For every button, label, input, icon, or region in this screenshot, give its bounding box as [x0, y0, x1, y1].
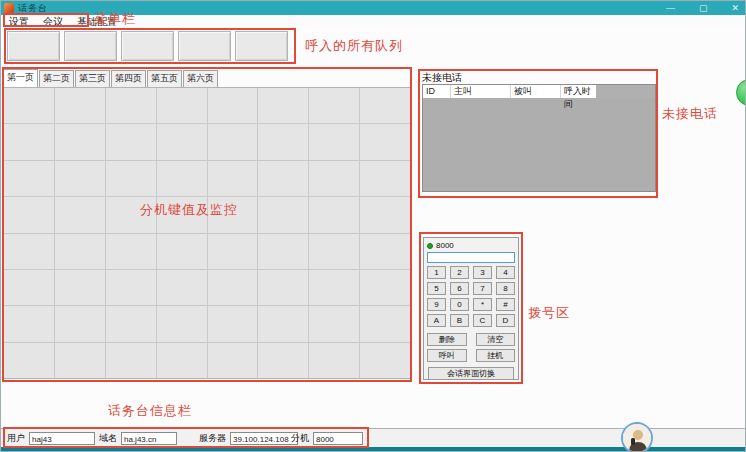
extension-cell[interactable]	[4, 306, 54, 341]
queue-slot[interactable]	[121, 31, 174, 61]
queue-slot[interactable]	[64, 31, 117, 61]
minimize-icon[interactable]: —	[666, 1, 675, 15]
extension-cell[interactable]	[157, 306, 207, 341]
extension-cell[interactable]	[309, 124, 359, 159]
domain-field[interactable]: ha.j43.cn	[121, 432, 177, 445]
extension-cell[interactable]	[55, 306, 105, 341]
key-8[interactable]: 8	[496, 282, 515, 295]
menu-item-conference[interactable]: 会议	[43, 15, 63, 29]
extension-cell[interactable]	[157, 234, 207, 269]
extension-cell[interactable]	[208, 270, 258, 305]
key-4[interactable]: 4	[496, 266, 515, 279]
extension-cell[interactable]	[55, 343, 105, 378]
extension-cell[interactable]	[360, 161, 410, 196]
extension-cell[interactable]	[55, 124, 105, 159]
queue-slot[interactable]	[178, 31, 231, 61]
extension-cell[interactable]	[157, 88, 207, 123]
extension-cell[interactable]	[258, 197, 308, 232]
extension-cell[interactable]	[208, 88, 258, 123]
extension-cell[interactable]	[55, 197, 105, 232]
extension-cell[interactable]	[258, 161, 308, 196]
extension-cell[interactable]	[360, 343, 410, 378]
extension-cell[interactable]	[208, 124, 258, 159]
key-9[interactable]: 9	[427, 298, 446, 311]
extension-cell[interactable]	[258, 343, 308, 378]
extension-cell[interactable]	[106, 197, 156, 232]
extension-cell[interactable]	[4, 88, 54, 123]
extension-cell[interactable]	[258, 88, 308, 123]
extension-cell[interactable]	[360, 124, 410, 159]
extension-cell[interactable]	[258, 234, 308, 269]
headset-avatar-icon[interactable]	[621, 422, 653, 452]
extension-cell[interactable]	[106, 343, 156, 378]
maximize-icon[interactable]: ▢	[699, 1, 708, 15]
extension-cell[interactable]	[55, 234, 105, 269]
extension-cell[interactable]	[4, 234, 54, 269]
extension-cell[interactable]	[157, 124, 207, 159]
extension-cell[interactable]	[4, 343, 54, 378]
menu-item-basic-config[interactable]: 基础配置	[77, 15, 117, 29]
tab-page-6[interactable]: 第六页	[183, 70, 218, 87]
floating-green-button[interactable]	[736, 79, 746, 106]
key-b[interactable]: B	[450, 314, 469, 327]
dial-number-input[interactable]	[427, 252, 515, 263]
server-field[interactable]: 39.100.124.108	[230, 432, 298, 445]
key-6[interactable]: 6	[450, 282, 469, 295]
extension-cell[interactable]	[208, 306, 258, 341]
extension-cell[interactable]	[4, 161, 54, 196]
extension-cell[interactable]	[258, 306, 308, 341]
key-7[interactable]: 7	[473, 282, 492, 295]
extension-cell[interactable]	[360, 270, 410, 305]
extension-cell[interactable]	[55, 88, 105, 123]
key-3[interactable]: 3	[473, 266, 492, 279]
extension-cell[interactable]	[157, 161, 207, 196]
extension-cell[interactable]	[258, 270, 308, 305]
extension-cell[interactable]	[309, 343, 359, 378]
extension-cell[interactable]	[360, 197, 410, 232]
call-button[interactable]: 呼叫	[427, 349, 467, 362]
extension-cell[interactable]	[106, 306, 156, 341]
extension-cell[interactable]	[309, 88, 359, 123]
extension-cell[interactable]	[157, 343, 207, 378]
extension-cell[interactable]	[309, 270, 359, 305]
tab-page-2[interactable]: 第二页	[39, 70, 74, 87]
key-hash[interactable]: #	[496, 298, 515, 311]
extension-cell[interactable]	[157, 197, 207, 232]
key-0[interactable]: 0	[450, 298, 469, 311]
key-star[interactable]: *	[473, 298, 492, 311]
hangup-button[interactable]: 挂机	[476, 349, 516, 362]
tab-page-1[interactable]: 第一页	[3, 69, 38, 87]
extension-cell[interactable]	[309, 161, 359, 196]
user-field[interactable]: haj43	[29, 432, 95, 445]
tab-page-5[interactable]: 第五页	[147, 70, 182, 87]
queue-slot[interactable]	[235, 31, 288, 61]
extension-cell[interactable]	[208, 161, 258, 196]
extension-cell[interactable]	[4, 197, 54, 232]
extension-cell[interactable]	[106, 270, 156, 305]
extension-cell[interactable]	[55, 161, 105, 196]
key-a[interactable]: A	[427, 314, 446, 327]
extension-cell[interactable]	[258, 124, 308, 159]
extension-cell[interactable]	[309, 234, 359, 269]
extension-cell[interactable]	[208, 234, 258, 269]
extension-cell[interactable]	[360, 234, 410, 269]
extension-cell[interactable]	[360, 306, 410, 341]
session-view-switch-button[interactable]: 会话界面切换	[428, 367, 514, 380]
clear-button[interactable]: 清空	[476, 333, 516, 346]
menu-item-settings[interactable]: 设置	[9, 15, 29, 29]
extension-cell[interactable]	[4, 124, 54, 159]
key-2[interactable]: 2	[450, 266, 469, 279]
extension-cell[interactable]	[208, 343, 258, 378]
extension-cell[interactable]	[360, 88, 410, 123]
key-1[interactable]: 1	[427, 266, 446, 279]
extension-cell[interactable]	[55, 270, 105, 305]
extension-cell[interactable]	[4, 270, 54, 305]
extension-cell[interactable]	[106, 161, 156, 196]
extension-field[interactable]: 8000	[313, 432, 363, 445]
tab-page-3[interactable]: 第三页	[75, 70, 110, 87]
queue-slot[interactable]	[7, 31, 60, 61]
key-d[interactable]: D	[496, 314, 515, 327]
extension-cell[interactable]	[106, 234, 156, 269]
tab-page-4[interactable]: 第四页	[111, 70, 146, 87]
extension-cell[interactable]	[309, 197, 359, 232]
